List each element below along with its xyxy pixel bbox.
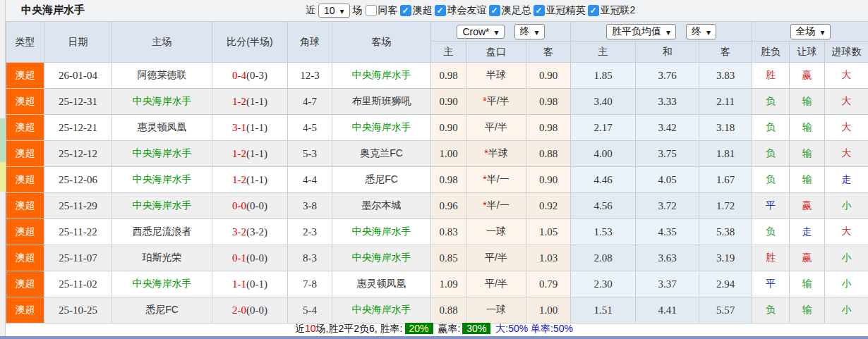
league-type-cell: 澳超 bbox=[6, 245, 44, 271]
handicap-rate-badge: 30% bbox=[462, 323, 490, 334]
match-date-cell: 25-12-06 bbox=[44, 167, 112, 193]
left-color-strip bbox=[0, 0, 6, 339]
match-row: 澳超25-11-29中央海岸水手0-0(0-0)3-8墨尔本城0.96*半/一0… bbox=[6, 193, 868, 219]
odds-stage-select[interactable]: 终 bbox=[514, 24, 545, 39]
away-team-cell: 中央海岸水手 bbox=[332, 219, 431, 245]
avg-stage-value: 终 bbox=[692, 25, 701, 38]
col-header-date: 日期 bbox=[44, 22, 112, 63]
match-date-cell: 25-11-29 bbox=[44, 193, 112, 219]
match-row: 澳超25-11-07珀斯光荣0-1(0-0)8-3中央海岸水手0.85平/半1.… bbox=[6, 245, 868, 271]
home-team-cell: 中央海岸水手 bbox=[112, 89, 212, 115]
match-row: 澳超26-01-04阿德莱德联0-4(0-3)12-3中央海岸水手0.98半球0… bbox=[6, 63, 868, 89]
match-date-cell: 25-11-22 bbox=[44, 219, 112, 245]
home-team-cell: 中央海岸水手 bbox=[112, 271, 212, 297]
avg-lose-cell: 2.94 bbox=[699, 271, 752, 297]
home-team-cell: 悉尼FC bbox=[112, 297, 212, 323]
handicap-cell: *半/一 bbox=[466, 193, 526, 219]
avg-draw-cell: 3.72 bbox=[636, 193, 699, 219]
away-team-cell: 悉尼FC bbox=[332, 167, 431, 193]
odds-away-cell: 1.05 bbox=[526, 219, 571, 245]
odds-home-cell: 1.09 bbox=[431, 271, 466, 297]
match-date-cell: 25-12-31 bbox=[44, 89, 112, 115]
avg-draw-cell: 3.76 bbox=[636, 63, 699, 89]
avg-win-cell: 1.85 bbox=[571, 63, 636, 89]
avg-type-select[interactable]: 胜平负均值 bbox=[606, 24, 676, 39]
checkbox-label: 同客 bbox=[378, 4, 398, 17]
handicap-result-cell: 赢 bbox=[790, 245, 825, 271]
away-team-cell: 奥克兰FC bbox=[332, 141, 431, 167]
league-type-cell: 澳超 bbox=[6, 89, 44, 115]
league-type-cell: 澳超 bbox=[6, 297, 44, 323]
avg-draw-cell: 3.33 bbox=[636, 89, 699, 115]
handicap-rate-label: 赢率: bbox=[438, 323, 460, 334]
handicap-cell: 平/半 bbox=[466, 271, 526, 297]
top-bar: 中央海岸水手 近 10 场 同客澳超球会友谊澳足总亚冠精英亚冠联2 bbox=[6, 0, 868, 21]
handicap-result-cell: 输 bbox=[790, 141, 825, 167]
avg-stage-select[interactable]: 终 bbox=[686, 24, 716, 39]
checkbox-checked-icon[interactable] bbox=[534, 5, 545, 16]
score-cell: 3-1(1-1) bbox=[212, 115, 288, 141]
sub-header-goals: 进球数 bbox=[825, 42, 868, 63]
odds-company-value: Crow* bbox=[462, 26, 489, 37]
goals-result-cell: 小 bbox=[825, 193, 868, 219]
avg-win-cell: 4.00 bbox=[571, 141, 636, 167]
handicap-cell: *平/半 bbox=[466, 89, 526, 115]
handicap-cell: 平/半 bbox=[466, 245, 526, 271]
avg-draw-cell: 3.37 bbox=[636, 271, 699, 297]
league-filter-同客[interactable]: 同客 bbox=[366, 4, 398, 17]
result-cell: 平 bbox=[752, 193, 790, 219]
avg-group-header: 胜平负均值 终 bbox=[571, 22, 752, 42]
checkbox-checked-icon[interactable] bbox=[489, 5, 500, 16]
result-cell: 负 bbox=[752, 141, 790, 167]
corner-cell: 4-7 bbox=[288, 89, 332, 115]
league-filter-亚冠精英[interactable]: 亚冠精英 bbox=[534, 4, 586, 17]
corner-cell: 3-8 bbox=[288, 193, 332, 219]
checkbox-checked-icon[interactable] bbox=[435, 5, 446, 16]
away-team-cell: 惠灵顿凤凰 bbox=[332, 271, 431, 297]
match-history-table: 类型 日期 主场 比分(半场) 角球 客场 Crow* 终 bbox=[6, 21, 868, 323]
recent-count-select[interactable]: 10 bbox=[318, 4, 350, 18]
league-filter-澳超[interactable]: 澳超 bbox=[400, 4, 433, 17]
scope-select[interactable]: 全场 bbox=[790, 24, 831, 39]
league-filter-亚冠联2[interactable]: 亚冠联2 bbox=[588, 4, 636, 17]
avg-win-cell: 2.30 bbox=[571, 271, 636, 297]
avg-win-cell: 4.46 bbox=[571, 167, 636, 193]
league-filter-澳足总[interactable]: 澳足总 bbox=[489, 4, 531, 17]
checkbox-checked-icon[interactable] bbox=[588, 5, 599, 16]
handicap-result-cell: 走 bbox=[790, 219, 825, 245]
checkbox-unchecked-icon[interactable] bbox=[366, 5, 377, 16]
score-cell: 0-0(0-0) bbox=[212, 193, 288, 219]
handicap-result-cell: 输 bbox=[790, 271, 825, 297]
col-header-type: 类型 bbox=[6, 22, 44, 63]
odds-company-select[interactable]: Crow* bbox=[457, 25, 504, 39]
avg-lose-cell: 3.18 bbox=[699, 115, 752, 141]
corner-cell: 4-5 bbox=[288, 115, 332, 141]
league-type-cell: 澳超 bbox=[6, 193, 44, 219]
summary-record: 场,胜2平2负6, 胜率: bbox=[316, 323, 403, 334]
checkbox-label: 球会友谊 bbox=[447, 4, 487, 17]
league-filter-球会友谊[interactable]: 球会友谊 bbox=[435, 4, 487, 17]
handicap-cell: 半球 bbox=[466, 63, 526, 89]
match-rows: 澳超26-01-04阿德莱德联0-4(0-3)12-3中央海岸水手0.98半球0… bbox=[6, 63, 868, 323]
odds-home-cell: 0.85 bbox=[431, 245, 466, 271]
matches-label: 场 bbox=[353, 4, 363, 17]
yellow-segment bbox=[0, 162, 6, 192]
goals-result-cell: 大 bbox=[825, 141, 868, 167]
sub-header-odds-away: 客 bbox=[526, 42, 571, 63]
match-row: 澳超25-11-02中央海岸水手1-1(0-1)7-8惠灵顿凤凰1.09平/半0… bbox=[6, 271, 868, 297]
result-cell: 负 bbox=[752, 219, 790, 245]
odds-home-cell: 0.90 bbox=[431, 89, 466, 115]
corner-cell: 12-3 bbox=[288, 63, 332, 89]
summary-footer: 近10场,胜2平2负6, 胜率:20% 赢率:30% 大:50% 单率:50% bbox=[0, 323, 868, 336]
scope-value: 全场 bbox=[796, 25, 816, 38]
match-row: 澳超25-11-22西悉尼流浪者3-2(3-2)2-3中央海岸水手0.83一球1… bbox=[6, 219, 868, 245]
score-cell: 0-1(0-0) bbox=[212, 245, 288, 271]
away-team-cell: 布里斯班狮吼 bbox=[332, 89, 431, 115]
home-team-cell: 中央海岸水手 bbox=[112, 193, 212, 219]
league-type-cell: 澳超 bbox=[6, 115, 44, 141]
goals-result-cell: 大 bbox=[825, 63, 868, 89]
checkbox-checked-icon[interactable] bbox=[400, 5, 411, 16]
match-date-cell: 25-12-21 bbox=[44, 115, 112, 141]
home-team-cell: 西悉尼流浪者 bbox=[112, 219, 212, 245]
goals-result-cell: 大 bbox=[825, 115, 868, 141]
